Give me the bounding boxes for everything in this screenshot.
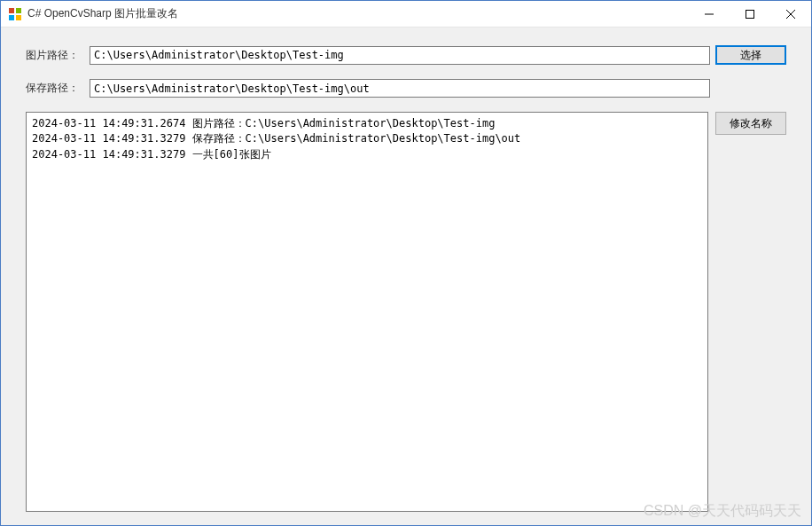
image-path-label: 图片路径：: [26, 48, 90, 63]
svg-rect-0: [9, 8, 14, 13]
image-path-row: 图片路径： 选择: [26, 45, 786, 65]
window-title: C# OpenCvSharp 图片批量改名: [27, 6, 689, 21]
log-output[interactable]: 2024-03-11 14:49:31.2674 图片路径：C:\Users\A…: [26, 112, 708, 512]
content-area: 图片路径： 选择 保存路径： 2024-03-11 14:49:31.2674 …: [1, 27, 811, 525]
svg-rect-5: [746, 11, 754, 19]
lower-section: 2024-03-11 14:49:31.2674 图片路径：C:\Users\A…: [26, 112, 786, 512]
save-path-input[interactable]: [90, 79, 710, 98]
titlebar: C# OpenCvSharp 图片批量改名: [1, 1, 811, 27]
close-button[interactable]: [770, 1, 811, 27]
side-column: 修改名称: [715, 112, 786, 512]
save-path-label: 保存路径：: [26, 81, 90, 96]
rename-button[interactable]: 修改名称: [715, 112, 786, 135]
select-button[interactable]: 选择: [715, 45, 786, 65]
save-path-row: 保存路径：: [26, 79, 786, 98]
maximize-button[interactable]: [730, 1, 770, 27]
svg-rect-3: [16, 15, 21, 20]
image-path-input[interactable]: [90, 46, 710, 65]
minimize-button[interactable]: [689, 1, 730, 27]
svg-rect-2: [9, 15, 14, 20]
svg-rect-1: [16, 8, 21, 13]
window-controls: [689, 1, 811, 27]
app-icon: [8, 7, 22, 21]
app-window: C# OpenCvSharp 图片批量改名 图片路径： 选择 保存路径： 202…: [0, 0, 812, 526]
